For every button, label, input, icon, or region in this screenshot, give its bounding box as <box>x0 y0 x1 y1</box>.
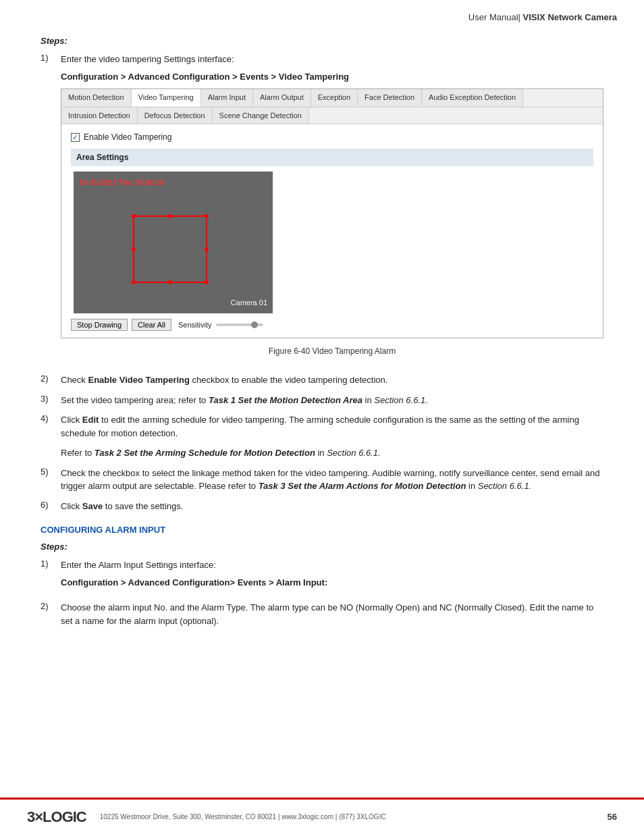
page-header: User Manual| VISIX Network Camera <box>0 0 644 29</box>
step-4: 4) Click Edit to edit the arming schedul… <box>41 413 603 440</box>
figure-prefix: Figure 6-40 <box>269 346 313 356</box>
corner-dot-bl <box>132 280 136 284</box>
main-content: Steps: 1) Enter the video tampering Sett… <box>0 29 644 688</box>
sensitivity-slider[interactable] <box>216 323 263 326</box>
refer-italic-bold: Task 2 Set the Arming Schedule for Motio… <box>95 448 315 458</box>
step-1: 1) Enter the video tampering Settings in… <box>41 53 603 367</box>
step-1-num: 1) <box>41 53 61 63</box>
step-3-italic-bold: Task 1 Set the Motion Detection Area <box>209 395 363 405</box>
step-1-text: Enter the video tampering Settings inter… <box>61 54 234 64</box>
corner-dot-br <box>205 280 209 284</box>
step-6-num: 6) <box>41 500 61 510</box>
sensitivity-label: Sensitivity <box>178 319 212 331</box>
mid-dot-bottom <box>168 280 172 284</box>
alarm-step-1-text: Enter the Alarm Input Settings interface… <box>61 560 216 570</box>
step-3-italic: Section 6.6.1. <box>374 395 428 405</box>
corner-dot-tl <box>132 214 136 218</box>
controls-row: Stop Drawing Clear All Sensitivity <box>71 319 593 331</box>
step-6: 6) Click Save to save the settings. <box>41 500 603 513</box>
tab-audio-exception[interactable]: Audio Exception Detection <box>422 89 523 107</box>
figure-text: Video Tampering Alarm <box>313 346 396 356</box>
step-3-content: Set the video tampering area; refer to T… <box>61 394 603 407</box>
footer-logo: 3×LOGIC <box>27 808 86 826</box>
clear-all-button[interactable]: Clear All <box>132 319 171 331</box>
footer-page-number: 56 <box>608 812 617 822</box>
step-4-bold: Edit <box>82 415 99 425</box>
mid-dot-top <box>168 214 172 218</box>
mid-dot-right <box>205 247 209 251</box>
step-2-content: Check Enable Video Tampering checkbox to… <box>61 373 603 387</box>
enable-checkbox-row: ✓ Enable Video Tampering <box>71 131 593 143</box>
step-1-content: Enter the video tampering Settings inter… <box>61 53 603 367</box>
alarm-nav-path: Configuration > Advanced Configuration> … <box>61 576 603 590</box>
detection-area-rect[interactable] <box>133 215 207 283</box>
step-5: 5) Check the checkbox to select the link… <box>41 467 603 493</box>
steps-label: Steps: <box>41 36 603 46</box>
camera-label: Camera 01 <box>231 297 267 309</box>
mid-dot-left <box>132 247 136 251</box>
tab-defocus-detection[interactable]: Defocus Detection <box>138 107 213 124</box>
alarm-step-2-content: Choose the alarm input No. and the Alarm… <box>61 601 603 627</box>
refer-italic: Section 6.6.1. <box>327 448 381 458</box>
tab-video-tampering[interactable]: Video Tampering <box>132 89 201 107</box>
tab-alarm-input[interactable]: Alarm Input <box>201 89 253 107</box>
enable-checkbox[interactable]: ✓ <box>71 133 80 142</box>
step-2-num: 2) <box>41 373 61 384</box>
step-4-content: Click Edit to edit the arming schedule f… <box>61 413 603 440</box>
tab-alarm-output[interactable]: Alarm Output <box>253 89 311 107</box>
area-settings-bar: Area Settings <box>71 149 593 166</box>
tab-intrusion-detection[interactable]: Intrusion Detection <box>61 107 138 124</box>
step-5-italic-bold: Task 3 Set the Alarm Actions for Motion … <box>259 481 466 491</box>
figure-caption: Figure 6-40 Video Tampering Alarm <box>61 345 603 357</box>
step-5-content: Check the checkbox to select the linkage… <box>61 467 603 493</box>
tab-bar-1: Motion Detection Video Tampering Alarm I… <box>61 89 603 107</box>
step-5-italic: Section 6.6.1. <box>478 481 532 491</box>
header-brand: VISIX Network Camera <box>523 12 617 22</box>
stop-drawing-button[interactable]: Stop Drawing <box>71 319 128 331</box>
step-6-content: Click Save to save the settings. <box>61 500 603 513</box>
enable-label: Enable Video Tampering <box>84 131 171 143</box>
alarm-step-1-content: Enter the Alarm Input Settings interface… <box>61 558 603 594</box>
logo-text: 3×LOGIC <box>27 808 86 825</box>
tab-motion-detection[interactable]: Motion Detection <box>61 89 132 107</box>
footer-address: 10225 Westmoor Drive, Suite 300, Westmin… <box>100 813 608 820</box>
alarm-step-1-num: 1) <box>41 558 61 569</box>
tab-scene-change[interactable]: Scene Change Detection <box>213 107 309 124</box>
alarm-step-2: 2) Choose the alarm input No. and the Al… <box>41 601 603 627</box>
step-3: 3) Set the video tampering area; refer t… <box>41 394 603 407</box>
camera-timestamp: 10-31-2013 Thu 10:50:10 <box>79 177 165 188</box>
tab-exception[interactable]: Exception <box>311 89 358 107</box>
header-text: User Manual| <box>468 12 523 22</box>
alarm-steps-label: Steps: <box>41 542 603 552</box>
nav-path: Configuration > Advanced Configuration >… <box>61 70 603 84</box>
step-2: 2) Check Enable Video Tampering checkbox… <box>41 373 603 387</box>
camera-preview: 10-31-2013 Thu 10:50:10 <box>74 172 273 313</box>
step-3-num: 3) <box>41 394 61 404</box>
step-5-num: 5) <box>41 467 61 477</box>
page-footer: 3×LOGIC 10225 Westmoor Drive, Suite 300,… <box>0 798 644 834</box>
corner-dot-tr <box>205 214 209 218</box>
step-2-bold: Enable Video Tampering <box>88 375 190 385</box>
ui-screenshot-box: Motion Detection Video Tampering Alarm I… <box>61 88 603 338</box>
alarm-step-1: 1) Enter the Alarm Input Settings interf… <box>41 558 603 594</box>
ui-inner: ✓ Enable Video Tampering Area Settings 1… <box>61 124 603 338</box>
section-heading-alarm-input: CONFIGURING ALARM INPUT <box>41 525 603 535</box>
alarm-step-2-num: 2) <box>41 601 61 611</box>
tab-bar-2: Intrusion Detection Defocus Detection Sc… <box>61 107 603 125</box>
step-4-num: 4) <box>41 413 61 423</box>
tab-face-detection[interactable]: Face Detection <box>358 89 422 107</box>
refer-paragraph: Refer to Task 2 Set the Arming Schedule … <box>61 446 603 460</box>
sensitivity-thumb <box>251 321 258 328</box>
step-6-bold: Save <box>82 501 103 511</box>
